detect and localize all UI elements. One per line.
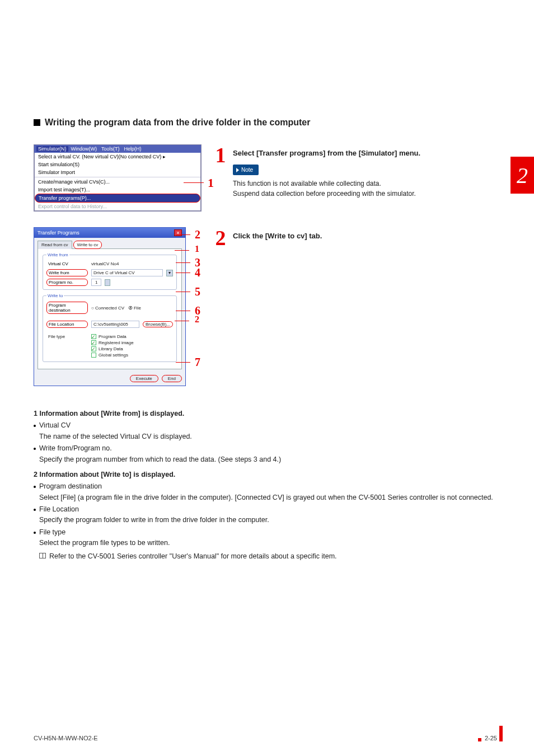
dropdown-icon[interactable]: ▾ bbox=[166, 270, 173, 276]
close-icon[interactable]: × bbox=[174, 229, 182, 236]
info-2a-label: Program destination bbox=[39, 482, 102, 490]
callout-4: 4 bbox=[195, 266, 200, 279]
tab-read-from-cv[interactable]: Read from cv bbox=[38, 241, 72, 249]
step-1-title: Select [Transfer programs] from the [Sim… bbox=[233, 148, 503, 159]
info-1b-label: Write from/Program no. bbox=[39, 444, 112, 452]
menu-item-import-test-images[interactable]: Import test images(T)... bbox=[35, 186, 200, 194]
checkbox-library-data[interactable] bbox=[91, 346, 96, 351]
section-heading-text: Writing the program data from the drive … bbox=[45, 118, 310, 128]
info-1-head: 1 Information about [Write from] is disp… bbox=[34, 408, 503, 419]
program-no-input[interactable]: 1 bbox=[91, 279, 101, 286]
file-location-input[interactable]: C:\cv5setting\005 bbox=[91, 321, 139, 328]
virtual-cv-label: Virtual CV bbox=[46, 261, 88, 267]
chapter-side-tab: 2 bbox=[510, 157, 534, 194]
info-2c-label: File type bbox=[39, 528, 65, 536]
write-to-legend: Write to bbox=[46, 293, 64, 298]
menu-dropdown: Select a virtual CV. (New virtual CV)(No… bbox=[34, 153, 201, 211]
menu-bar: Simulator(N) Window(W) Tools(T) Help(H) bbox=[34, 145, 201, 153]
menu-item-transfer-programs[interactable]: Transfer programs(P)... bbox=[35, 194, 200, 203]
bullet-icon bbox=[34, 486, 36, 488]
menu-item-select-virtual-cv[interactable]: Select a virtual CV. (New virtual CV)(No… bbox=[35, 153, 200, 161]
dialog-titlebar: Transfer Programs × bbox=[34, 228, 185, 238]
info-1b-desc: Specify the program number from which to… bbox=[39, 454, 281, 465]
info-2c-desc: Select the program file types to be writ… bbox=[39, 538, 337, 548]
menu-item-export-control-data: Export control data to History... bbox=[35, 203, 200, 210]
red-square-icon bbox=[478, 738, 481, 741]
dialog-title: Transfer Programs bbox=[38, 230, 79, 236]
menu-item-start-simulation[interactable]: Start simulation(S) bbox=[35, 161, 200, 168]
write-from-select[interactable]: Drive C of Virtual CV bbox=[91, 269, 163, 276]
virtual-cv-value: virtualCV No4 bbox=[91, 261, 173, 266]
callout-b2: 2 bbox=[195, 314, 199, 325]
browse-button[interactable]: Browse(B)... bbox=[143, 321, 173, 327]
write-from-legend: Write from bbox=[46, 252, 69, 257]
step-2-title: Click the [Write to cv] tab. bbox=[233, 231, 503, 242]
write-from-label: Write from bbox=[46, 269, 88, 276]
note-body-line2: Suspend data collection before proceedin… bbox=[233, 189, 503, 199]
write-from-fieldset: Write from Virtual CV virtualCV No4 Writ… bbox=[43, 252, 177, 290]
info-2b-desc: Specify the program folder to write in f… bbox=[39, 515, 269, 525]
file-type-label: File type bbox=[46, 334, 88, 340]
execute-button[interactable]: Execute bbox=[130, 375, 158, 382]
step-number-2: 2 bbox=[213, 227, 228, 248]
callout-1: 1 bbox=[208, 176, 214, 190]
note-body-line1: This function is not available while col… bbox=[233, 179, 503, 189]
program-no-label: Program no. bbox=[46, 279, 88, 286]
menu-simulator[interactable]: Simulator(N) bbox=[36, 146, 68, 152]
end-button[interactable]: End bbox=[162, 375, 182, 382]
bullet-icon bbox=[34, 425, 36, 427]
menu-separator bbox=[35, 177, 200, 177]
bullet-icon bbox=[34, 509, 36, 511]
program-destination-label: Program destination bbox=[46, 302, 88, 314]
simulator-menu-screenshot: Simulator(N) Window(W) Tools(T) Help(H) … bbox=[34, 144, 202, 212]
info-list: 1 Information about [Write from] is disp… bbox=[34, 408, 503, 562]
page-footer: CV-H5N-M-WW-NO2-E 2-25 bbox=[34, 726, 503, 741]
menu-item-simulator-import[interactable]: Simulator Import bbox=[35, 168, 200, 176]
square-bullet-icon bbox=[34, 119, 40, 126]
callout-7: 7 bbox=[195, 356, 200, 369]
red-bar-icon bbox=[499, 726, 503, 741]
menu-item-create-manage-vcv[interactable]: Create/manage virtual CVs(C)... bbox=[35, 178, 200, 186]
chapter-number: 2 bbox=[517, 162, 528, 189]
book-icon bbox=[39, 553, 46, 558]
info-2-head: 2 Information about [Write to] is displa… bbox=[34, 469, 503, 480]
bullet-icon bbox=[34, 448, 36, 450]
menu-help[interactable]: Help(H) bbox=[123, 146, 143, 152]
file-location-label: File Location bbox=[46, 321, 88, 328]
callout-2: 2 bbox=[195, 228, 200, 241]
triangle-icon bbox=[236, 168, 239, 172]
info-1a-desc: The name of the selected Virtual CV is d… bbox=[39, 431, 192, 442]
note-label: Note bbox=[233, 165, 259, 175]
callout-b1: 1 bbox=[195, 244, 199, 254]
tab-write-to-cv[interactable]: Write to cv bbox=[73, 241, 102, 249]
step-number-1: 1 bbox=[213, 144, 228, 199]
doc-code: CV-H5N-M-WW-NO2-E bbox=[34, 735, 98, 741]
checkbox-global-settings[interactable] bbox=[91, 353, 96, 358]
menu-window[interactable]: Window(W) bbox=[69, 146, 99, 152]
page-number: 2-25 bbox=[485, 735, 497, 741]
checkbox-program-data[interactable] bbox=[91, 334, 96, 339]
section-heading: Writing the program data from the drive … bbox=[34, 118, 503, 128]
checkbox-registered-image[interactable] bbox=[91, 340, 96, 345]
program-destination-radios[interactable]: ○ Connected CV ⦿ File bbox=[91, 306, 173, 311]
info-2a-desc: Select [File] (a program file in the dri… bbox=[39, 492, 493, 503]
callout-5: 5 bbox=[195, 285, 200, 298]
write-to-fieldset: Write to Program destination ○ Connected… bbox=[43, 293, 177, 362]
bullet-icon bbox=[34, 532, 36, 534]
transfer-programs-dialog: Transfer Programs × Read from cv Write t… bbox=[34, 227, 186, 386]
stepper-icon[interactable] bbox=[105, 279, 110, 286]
info-2b-label: File Location bbox=[39, 505, 79, 513]
info-ref: Refer to the CV-5001 Series controller "… bbox=[49, 551, 337, 562]
menu-tools[interactable]: Tools(T) bbox=[100, 146, 121, 152]
info-1a-label: Virtual CV bbox=[39, 421, 71, 429]
